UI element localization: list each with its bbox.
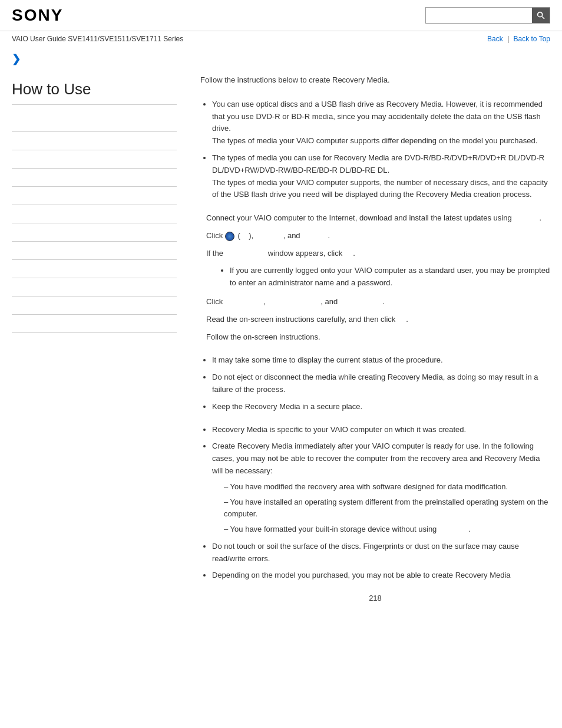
sidebar-item[interactable] — [12, 114, 177, 132]
sub-list-item: You have formatted your built-in storage… — [224, 523, 550, 536]
sidebar-item[interactable] — [12, 297, 177, 315]
sidebar-menu — [12, 114, 177, 333]
list-item: It may take some time to display the cur… — [212, 354, 550, 367]
nav-links: Back | Back to Top — [487, 35, 550, 43]
step-1: Connect your VAIO computer to the Intern… — [206, 212, 550, 225]
back-to-top-link[interactable]: Back to Top — [514, 35, 550, 43]
section-bullets-2: It may take some time to display the cur… — [200, 354, 550, 413]
step-3: If the window appears, click . — [206, 247, 550, 260]
sub-list-item: You have modified the recovery area with… — [224, 481, 550, 493]
bullet-list-1: You can use optical discs and a USB flas… — [212, 98, 550, 201]
sony-logo: SONY — [12, 6, 63, 25]
sub-bullet-list: You have modified the recovery area with… — [224, 481, 550, 536]
sidebar-item[interactable] — [12, 169, 177, 187]
svg-line-1 — [542, 17, 544, 19]
page-number: 218 — [200, 594, 550, 602]
breadcrumb-arrow[interactable]: ❯ — [0, 47, 562, 68]
list-item: Keep the Recovery Media in a secure plac… — [212, 401, 550, 413]
back-to-top-label: Back to Top — [514, 35, 550, 43]
sidebar-item[interactable] — [12, 242, 177, 260]
search-input[interactable] — [426, 8, 532, 23]
guide-title: VAIO User Guide SVE1411/SVE1511/SVE1711 … — [12, 35, 183, 43]
section-bullets-1: You can use optical discs and a USB flas… — [200, 98, 550, 201]
step-2: Click ( ), , and . — [206, 229, 550, 242]
sidebar-item[interactable] — [12, 278, 177, 297]
content-intro: Follow the instructions below to create … — [200, 74, 550, 87]
list-item: Create Recovery Media immediately after … — [212, 440, 550, 536]
bullet-list-2: It may take some time to display the cur… — [212, 354, 550, 413]
search-bar — [425, 7, 550, 24]
search-icon — [536, 11, 546, 20]
sidebar-item[interactable] — [12, 132, 177, 150]
list-item: Do not touch or soil the surface of the … — [212, 541, 550, 565]
note-list: If you are currently logged onto your VA… — [230, 265, 550, 289]
sidebar-item[interactable] — [12, 187, 177, 205]
note-block: If you are currently logged onto your VA… — [218, 265, 550, 289]
bullet-list-3: Recovery Media is specific to your VAIO … — [212, 424, 550, 582]
nav-bar: VAIO User Guide SVE1411/SVE1511/SVE1711 … — [0, 31, 562, 47]
list-item: Recovery Media is specific to your VAIO … — [212, 424, 550, 436]
globe-icon — [225, 232, 234, 241]
main-content: How to Use Follow the instructions below… — [0, 68, 562, 608]
list-item: The types of media you can use for Recov… — [212, 152, 550, 201]
sidebar: How to Use — [12, 74, 189, 602]
nav-divider: | — [507, 35, 511, 43]
content-area: Follow the instructions below to create … — [189, 74, 550, 602]
list-item: Depending on the model you purchased, yo… — [212, 569, 550, 582]
list-item: You can use optical discs and a USB flas… — [212, 98, 550, 147]
sidebar-item[interactable] — [12, 315, 177, 333]
sidebar-item[interactable] — [12, 260, 177, 278]
sub-list-item: You have installed an operating system d… — [224, 496, 550, 521]
sidebar-item[interactable] — [12, 150, 177, 169]
list-item: Do not eject or disconnect the media whi… — [212, 371, 550, 396]
intro-text: Follow the instructions below to create … — [200, 74, 550, 87]
section-steps: Connect your VAIO computer to the Intern… — [200, 212, 550, 344]
step-6: Follow the on-screen instructions. — [206, 331, 550, 344]
back-link[interactable]: Back — [487, 35, 503, 43]
svg-point-0 — [538, 12, 543, 17]
step-5: Read the on-screen instructions carefull… — [206, 313, 550, 326]
step-4: Click , , and . — [206, 295, 550, 308]
section-bullets-3: Recovery Media is specific to your VAIO … — [200, 424, 550, 582]
sidebar-item[interactable] — [12, 223, 177, 242]
search-button[interactable] — [532, 8, 550, 23]
note-item: If you are currently logged onto your VA… — [230, 265, 550, 289]
sidebar-title: How to Use — [12, 80, 177, 105]
header: SONY — [0, 0, 562, 31]
sidebar-item[interactable] — [12, 205, 177, 223]
